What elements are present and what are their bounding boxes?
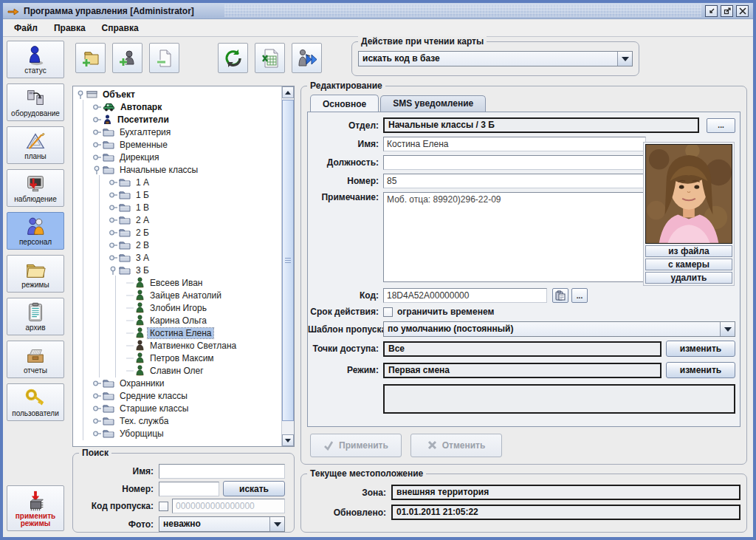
sidebar-item-modes[interactable]: режимы — [7, 255, 64, 293]
photo-delete-button[interactable]: удалить — [645, 272, 732, 284]
validity-checkbox[interactable] — [383, 307, 393, 317]
add-group-button[interactable] — [75, 43, 106, 73]
tree-node[interactable]: Охранники — [76, 377, 281, 389]
minimize-button[interactable] — [705, 5, 718, 17]
tree-toggle-expanded-icon[interactable] — [92, 165, 103, 174]
tree-node[interactable]: Посетители — [76, 113, 281, 126]
sidebar-item-monitoring[interactable]: наблюдение — [7, 169, 64, 207]
tree-node[interactable]: Злобин Игорь — [76, 301, 281, 314]
tree-node[interactable]: Петров Максим — [76, 352, 281, 364]
tree-toggle-collapsed-icon[interactable] — [109, 253, 119, 262]
tab-main[interactable]: Основное — [310, 95, 379, 112]
cancel-button[interactable]: Отменить — [410, 434, 502, 457]
transfer-card-button[interactable] — [292, 43, 322, 73]
sidebar-item-archive[interactable]: архив — [7, 298, 64, 335]
department-browse-button[interactable]: ... — [707, 118, 735, 133]
pass-template-select[interactable]: по умолчанию (постоянный) — [383, 321, 735, 337]
tree-node[interactable]: 1 В — [76, 201, 281, 213]
chevron-down-icon[interactable] — [617, 52, 632, 66]
tree-node[interactable]: Временные — [76, 138, 281, 151]
tree-toggle-collapsed-icon[interactable] — [109, 178, 119, 187]
position-input[interactable] — [383, 155, 646, 170]
search-passcode-checkbox[interactable] — [159, 502, 168, 511]
tree-node[interactable]: Матвиенко Светлана — [76, 339, 281, 352]
sidebar-item-apply-modes[interactable]: применить режимы — [7, 485, 64, 531]
tree-toggle-collapsed-icon[interactable] — [92, 429, 103, 438]
remove-button[interactable] — [149, 43, 179, 73]
tree-node[interactable]: Начальные классы — [76, 163, 281, 176]
chevron-down-icon[interactable] — [269, 517, 284, 531]
photo-from-camera-button[interactable]: с камеры — [645, 259, 732, 270]
tree-node[interactable]: 2 Б — [76, 226, 281, 239]
tree-toggle-collapsed-icon[interactable] — [92, 128, 103, 137]
card-action-select[interactable]: искать код в базе — [358, 51, 633, 66]
tree-node[interactable]: Старшие классы — [76, 402, 281, 414]
tree-toggle-collapsed-icon[interactable] — [92, 140, 103, 149]
tab-sms[interactable]: SMS уведомление — [380, 95, 486, 112]
tree-node[interactable]: Славин Олег — [76, 364, 281, 377]
code-input[interactable] — [383, 288, 547, 303]
scroll-up-icon[interactable] — [282, 86, 294, 98]
access-change-button[interactable]: изменить — [666, 341, 735, 357]
tree-toggle-expanded-icon[interactable] — [76, 90, 86, 99]
search-name-input[interactable] — [159, 464, 285, 479]
tree-toggle-collapsed-icon[interactable] — [109, 228, 119, 237]
sidebar-item-status[interactable]: статус — [7, 41, 64, 78]
sidebar-item-users[interactable]: пользователи — [7, 383, 64, 421]
mode-change-button[interactable]: изменить — [666, 362, 735, 378]
tree-node[interactable]: Дирекция — [76, 151, 281, 163]
tree-node[interactable]: Тех. служба — [76, 414, 281, 427]
search-button[interactable]: искать — [223, 481, 285, 496]
tree-node[interactable]: Автопарк — [76, 100, 281, 113]
apply-button[interactable]: Применить — [310, 434, 402, 457]
scrollbar-thumb[interactable] — [282, 100, 294, 421]
tree-node[interactable]: 2 В — [76, 239, 281, 251]
sidebar-item-plans[interactable]: планы — [7, 126, 64, 164]
search-number-input[interactable] — [159, 482, 219, 496]
tree-node[interactable]: 3 Б — [76, 264, 281, 276]
tree-toggle-collapsed-icon[interactable] — [92, 404, 103, 413]
tree-toggle-collapsed-icon[interactable] — [109, 241, 119, 250]
menu-item-2[interactable]: Справка — [95, 21, 145, 35]
tree-node[interactable]: Средние классы — [76, 389, 281, 402]
tree-toggle-collapsed-icon[interactable] — [92, 103, 103, 112]
refresh-button[interactable] — [218, 43, 248, 73]
number-input[interactable] — [383, 174, 646, 188]
tree-toggle-expanded-icon[interactable] — [109, 266, 119, 275]
tree-node[interactable]: Костина Елена — [76, 327, 281, 339]
close-button[interactable] — [736, 5, 749, 17]
tree-node[interactable]: 1 Б — [76, 188, 281, 201]
tree-toggle-collapsed-icon[interactable] — [109, 216, 119, 225]
add-person-button[interactable] — [112, 43, 142, 73]
search-photo-select[interactable]: неважно — [159, 516, 285, 532]
tree-node[interactable]: Бухгалтерия — [76, 126, 281, 138]
paste-code-button[interactable] — [552, 288, 568, 303]
tree-node[interactable]: 3 А — [76, 251, 281, 264]
tree-node[interactable]: Карина Ольга — [76, 314, 281, 327]
tree-node[interactable]: 1 А — [76, 176, 281, 188]
tree-toggle-collapsed-icon[interactable] — [92, 417, 103, 425]
tree-toggle-collapsed-icon[interactable] — [109, 203, 119, 212]
tree-node[interactable]: Зайцев Анатолий — [76, 289, 281, 301]
photo-from-file-button[interactable]: из файла — [645, 245, 732, 257]
name-input[interactable] — [383, 137, 646, 151]
tree-toggle-collapsed-icon[interactable] — [92, 392, 103, 400]
note-textarea[interactable]: Моб. отца: 89920)296-22-09 — [383, 192, 646, 282]
scroll-down-icon[interactable] — [282, 434, 294, 446]
sidebar-item-reports[interactable]: отчеты — [7, 341, 64, 378]
code-browse-button[interactable]: ... — [571, 288, 588, 303]
scrollbar-track[interactable] — [282, 98, 294, 434]
search-passcode-input[interactable] — [172, 499, 285, 513]
maximize-button[interactable] — [721, 5, 733, 17]
tree-toggle-collapsed-icon[interactable] — [92, 115, 103, 124]
chevron-down-icon[interactable] — [720, 322, 735, 336]
sidebar-item-personnel[interactable]: персонал — [7, 212, 64, 250]
tree-node[interactable]: Уборщицы — [76, 427, 281, 440]
tree-node[interactable]: Евсеев Иван — [76, 276, 281, 289]
menu-item-1[interactable]: Правка — [47, 21, 92, 35]
tree-scrollbar[interactable] — [281, 86, 294, 446]
tree-node[interactable]: Объект — [76, 88, 281, 100]
menu-item-0[interactable]: Файл — [7, 21, 44, 35]
export-excel-button[interactable] — [255, 43, 285, 73]
tree-toggle-collapsed-icon[interactable] — [92, 153, 103, 162]
